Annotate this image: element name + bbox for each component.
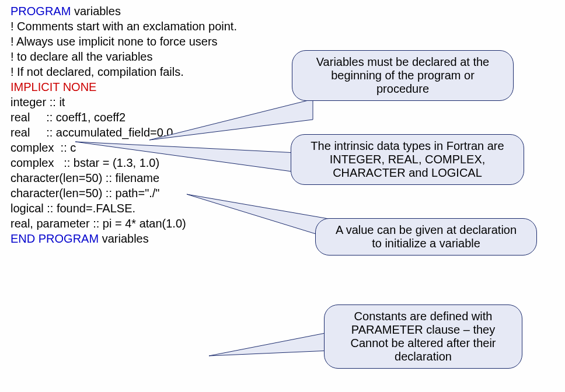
callout-text: CHARACTER and LOGICAL — [302, 166, 513, 180]
callout-init-value: A value can be given at declaration to i… — [315, 218, 537, 256]
code-line: ! If not declared, compilation fails. — [11, 64, 237, 79]
callout-text: Variables must be declared at the — [303, 55, 503, 69]
svg-marker-0 — [149, 99, 313, 140]
callout-intrinsic-types: The intrinsic data types in Fortran are … — [291, 134, 524, 185]
callout-declaration: Variables must be declared at the beginn… — [292, 50, 514, 101]
callout-text: The intrinsic data types in Fortran are — [302, 139, 513, 153]
callout-text: A value can be given at declaration — [326, 223, 526, 237]
svg-marker-3 — [209, 330, 343, 356]
keyword-implicit-none: IMPLICIT NONE — [11, 79, 237, 94]
callout-text: PARAMETER clause – they — [335, 323, 511, 337]
code-line: ! Comments start with an exclamation poi… — [11, 19, 237, 34]
svg-marker-1 — [75, 142, 309, 174]
code-text: variables — [71, 5, 121, 18]
callout-parameter: Constants are defined with PARAMETER cla… — [324, 304, 522, 369]
code-line: ! Always use implicit none to force user… — [11, 34, 237, 49]
callout-text: Cannot be altered after their — [335, 337, 511, 350]
code-line: ! to declare all the variables — [11, 49, 237, 64]
callout-text: INTEGER, REAL, COMPLEX, — [302, 153, 513, 166]
code-line: PROGRAM variables — [11, 4, 237, 19]
code-text: variables — [99, 232, 149, 245]
callout-tail-icon — [209, 327, 343, 362]
callout-tail-icon — [75, 142, 309, 183]
callout-text: Constants are defined with — [335, 310, 511, 323]
callout-text: declaration — [335, 350, 511, 363]
keyword-program: PROGRAM — [11, 5, 71, 18]
callout-tail-icon — [149, 99, 313, 146]
callout-text: beginning of the program or — [303, 69, 503, 82]
callout-text: to initialize a variable — [326, 237, 526, 250]
callout-text: procedure — [303, 82, 503, 96]
keyword-end-program: END PROGRAM — [11, 232, 99, 245]
